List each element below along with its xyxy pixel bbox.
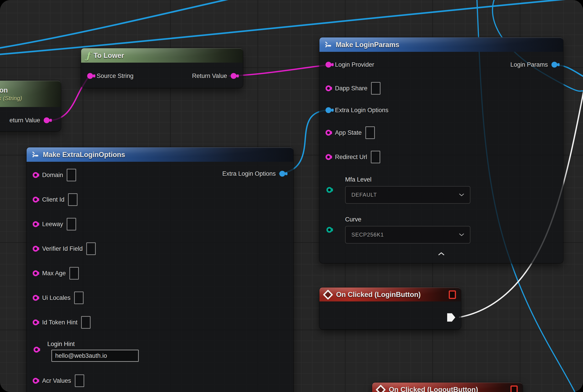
app-state-value-box[interactable] [366, 126, 375, 139]
make-struct-icon [32, 151, 39, 158]
dapp-share-pin[interactable] [326, 86, 331, 91]
app-state-label: App State [335, 129, 362, 136]
return-value-pin[interactable] [231, 73, 236, 79]
curve-value: SECP256K1 [352, 232, 384, 238]
extra-login-options-in-pin[interactable] [326, 107, 331, 113]
login-hint-label: Login Hint [47, 341, 75, 348]
redirect-url-pin[interactable] [326, 154, 331, 160]
curve-label: Curve [345, 216, 361, 223]
acr-values-value-box[interactable] [75, 374, 84, 387]
make-struct-icon [324, 41, 332, 49]
mfa-level-pin[interactable] [326, 187, 332, 193]
exec-output-pin[interactable] [447, 313, 455, 322]
chevron-down-icon [459, 194, 464, 196]
max-age-value-box[interactable] [70, 267, 79, 280]
blueprint-graph-canvas[interactable]: tion ox (String) eturn Value ƒ To Lower … [0, 0, 583, 392]
dapp-share-label: Dapp Share [335, 85, 368, 92]
ui-locales-pin[interactable] [33, 295, 38, 301]
collapse-advanced-chevron-icon[interactable] [438, 252, 445, 256]
verifier-id-field-value-box[interactable] [86, 242, 96, 255]
event-diamond-icon [323, 290, 333, 300]
dapp-share-value-box[interactable] [371, 82, 380, 94]
login-params-out-pin[interactable] [552, 62, 557, 68]
extra-login-options-out-label: Extra Login Options [222, 170, 276, 177]
login-hint-input[interactable] [51, 350, 139, 362]
client-id-pin[interactable] [33, 197, 38, 202]
client-id-value-box[interactable] [68, 193, 78, 206]
mfa-level-dropdown[interactable]: DEFAULT [345, 186, 470, 204]
node-on-clicked-login-button[interactable]: On Clicked (LoginButton) [320, 288, 461, 329]
id-token-hint-value-box[interactable] [81, 316, 90, 329]
max-age-pin[interactable] [33, 270, 38, 276]
verifier-id-field-label: Verifier Id Field [42, 245, 83, 252]
node-to-lower[interactable]: ƒ To Lower Source String Return Value [81, 48, 243, 88]
app-state-pin[interactable] [326, 130, 331, 136]
wire-magenta-tolower-to-provider[interactable] [229, 65, 329, 76]
node-title: Make ExtraLoginOptions [43, 151, 125, 159]
wire-blue-topleft-steep[interactable] [0, 0, 237, 48]
return-value-label: Return Value [192, 72, 227, 80]
curve-pin[interactable] [326, 227, 332, 233]
return-value-label: eturn Value [10, 117, 40, 124]
login-provider-label: Login Provider [335, 61, 374, 68]
ui-locales-label: Ui Locales [42, 294, 70, 302]
chevron-down-icon [459, 234, 464, 236]
id-token-hint-pin[interactable] [33, 320, 38, 325]
extra-login-options-in-label: Extra Login Options [335, 107, 388, 114]
node-make-login-params[interactable]: Make LoginParams Login Provider Dapp Sha… [320, 38, 563, 263]
node-title-fragment: tion [0, 86, 8, 94]
acr-values-pin[interactable] [33, 378, 38, 384]
event-diamond-icon [376, 384, 386, 392]
id-token-hint-label: Id Token Hint [42, 319, 78, 326]
redirect-url-label: Redirect Url [335, 154, 367, 161]
node-title: Make LoginParams [336, 41, 400, 49]
node-title: To Lower [94, 52, 124, 60]
node-title: On Clicked (LoginButton) [336, 290, 420, 299]
leeway-value-box[interactable] [67, 218, 76, 230]
node-on-clicked-logout-button[interactable]: On Clicked (LogoutButton) [372, 382, 523, 392]
node-title: On Clicked (LogoutButton) [389, 386, 478, 392]
domain-label: Domain [42, 172, 63, 179]
extra-login-options-out-pin[interactable] [279, 171, 285, 177]
source-string-pin[interactable] [87, 73, 93, 79]
mfa-level-value: DEFAULT [352, 192, 377, 198]
login-params-out-label: Login Params [510, 61, 548, 68]
node-subtitle-fragment: ox (String) [0, 95, 22, 102]
node-partial-function[interactable]: tion ox (String) eturn Value [0, 81, 61, 131]
function-icon: ƒ [86, 51, 90, 60]
widget-binding-icon [449, 290, 456, 299]
domain-pin[interactable] [33, 172, 38, 178]
redirect-url-value-box[interactable] [371, 151, 380, 163]
curve-dropdown[interactable]: SECP256K1 [345, 226, 470, 244]
leeway-label: Leeway [42, 221, 63, 228]
leeway-pin[interactable] [33, 221, 38, 227]
widget-binding-icon [510, 386, 518, 392]
domain-value-box[interactable] [67, 169, 76, 181]
acr-values-label: Acr Values [42, 377, 71, 384]
return-value-pin[interactable] [44, 117, 50, 123]
max-age-label: Max Age [42, 270, 66, 277]
login-hint-pin[interactable] [34, 347, 40, 352]
verifier-id-field-pin[interactable] [33, 246, 38, 252]
node-make-extra-login-options[interactable]: Make ExtraLoginOptions Domain Client Id … [26, 147, 293, 392]
ui-locales-value-box[interactable] [74, 292, 84, 304]
mfa-level-label: Mfa Level [345, 176, 372, 183]
client-id-label: Client Id [42, 196, 64, 203]
login-provider-pin[interactable] [326, 62, 331, 68]
source-string-label: Source String [97, 72, 134, 80]
